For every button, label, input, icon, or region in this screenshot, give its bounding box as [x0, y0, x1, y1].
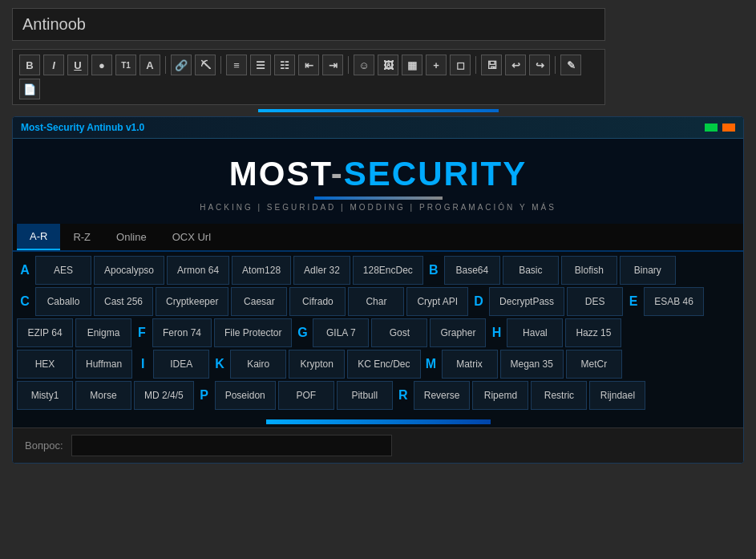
plus-button[interactable]: +: [426, 55, 447, 75]
algo-huffman[interactable]: Huffman: [75, 350, 132, 379]
align-button[interactable]: ≡: [226, 55, 247, 75]
minimize-button[interactable]: [705, 124, 718, 132]
algo-gila7[interactable]: GILA 7: [313, 318, 369, 347]
letter-c: C: [17, 294, 33, 309]
algo-grapher[interactable]: Grapher: [430, 318, 486, 347]
algo-megan35[interactable]: Megan 35: [500, 350, 564, 379]
algo-binary[interactable]: Binary: [620, 256, 676, 285]
algo-haval[interactable]: Haval: [507, 318, 563, 347]
algo-misty1[interactable]: Misty1: [17, 381, 73, 410]
algo-hex[interactable]: HEX: [17, 350, 73, 379]
link-button[interactable]: 🔗: [171, 55, 192, 75]
question-label: Вопрос:: [25, 440, 63, 452]
algo-matrix[interactable]: Matrix: [442, 350, 498, 379]
window-controls: [705, 124, 735, 132]
algo-aes[interactable]: AES: [35, 256, 91, 285]
algo-char[interactable]: Char: [348, 287, 404, 316]
algo-enigma[interactable]: Enigma: [75, 318, 131, 347]
emoji-button[interactable]: ☺: [354, 55, 374, 75]
title-input[interactable]: Antinoob: [12, 8, 605, 41]
algo-md245[interactable]: MD 2/4/5: [134, 381, 194, 410]
algo-apocalypso[interactable]: Apocalypso: [94, 256, 164, 285]
algo-adler32[interactable]: Adler 32: [293, 256, 350, 285]
letter-r: R: [395, 388, 411, 403]
banner-underline: [314, 196, 443, 200]
algo-krypton[interactable]: Krypton: [289, 350, 345, 379]
algo-decryptpass[interactable]: DecryptPass: [489, 287, 564, 316]
algo-idea[interactable]: IDEA: [153, 350, 209, 379]
algo-ripemd[interactable]: Ripemd: [472, 381, 528, 410]
content-area[interactable]: A AES Apocalypso Armon 64 Atom128 Adler …: [13, 252, 743, 416]
italic-button[interactable]: I: [43, 55, 64, 75]
redo-button[interactable]: ↪: [529, 55, 550, 75]
algo-blofish[interactable]: Blofish: [561, 256, 617, 285]
bold-button[interactable]: B: [19, 55, 40, 75]
algo-kcencdec[interactable]: KC Enc/Dec: [347, 350, 420, 379]
tab-ocx[interactable]: OCX Url: [160, 225, 224, 249]
tab-ar[interactable]: A-R: [17, 224, 60, 250]
algo-metcr[interactable]: MetCr: [566, 350, 622, 379]
image-button[interactable]: 🖼: [378, 55, 398, 75]
letter-p: P: [196, 388, 212, 403]
separator-2: [220, 56, 221, 74]
indent-left-button[interactable]: ⇤: [298, 55, 319, 75]
algo-row-mpr: Misty1 Morse MD 2/4/5 P Poseidon POF Pit…: [17, 381, 739, 410]
banner-area: MOST-SECURITY HACKING | SEGURIDAD | MODD…: [13, 139, 743, 224]
algo-caballo[interactable]: Caballo: [35, 287, 91, 316]
algo-ezip64[interactable]: EZIP 64: [17, 318, 73, 347]
algo-caesar[interactable]: Caesar: [231, 287, 287, 316]
security-window: Most-Security Antinub v1.0 MOST-SECURITY…: [12, 116, 744, 464]
algo-feron74[interactable]: Feron 74: [152, 318, 212, 347]
blue-bar: [258, 109, 499, 112]
edit-button[interactable]: ✎: [560, 55, 581, 75]
document-button[interactable]: 📄: [19, 79, 40, 99]
algo-128encdec[interactable]: 128EncDec: [353, 256, 423, 285]
algo-restric[interactable]: Restric: [531, 381, 587, 410]
algo-armon64[interactable]: Armon 64: [167, 256, 229, 285]
letter-b: B: [426, 263, 442, 277]
algo-rijndael[interactable]: Rijndael: [589, 381, 645, 410]
tab-rz[interactable]: R-Z: [60, 225, 103, 249]
algo-esab46[interactable]: ESAB 46: [644, 287, 704, 316]
banner-subtitle: HACKING | SEGURIDAD | MODDING | PROGRAMA…: [21, 203, 735, 212]
algo-base64[interactable]: Base64: [444, 256, 500, 285]
bottom-area: Вопрос:: [13, 427, 743, 463]
algo-des[interactable]: DES: [567, 287, 623, 316]
table-button[interactable]: ▦: [402, 55, 422, 75]
tab-online[interactable]: Online: [103, 225, 160, 249]
algo-fileprotector[interactable]: File Protector: [214, 318, 292, 347]
algo-hazz15[interactable]: Hazz 15: [565, 318, 621, 347]
algo-basic[interactable]: Basic: [503, 256, 559, 285]
list-button[interactable]: ☰: [250, 55, 271, 75]
dot-button[interactable]: ●: [91, 55, 112, 75]
algo-pitbull[interactable]: Pitbull: [337, 381, 393, 410]
undo-button[interactable]: ↩: [505, 55, 526, 75]
t1-button[interactable]: T1: [115, 55, 136, 75]
algo-row-efgh: EZIP 64 Enigma F Feron 74 File Protector…: [17, 318, 739, 347]
tabs-bar: A-R R-Z Online OCX Url: [13, 224, 743, 252]
font-button[interactable]: A: [139, 55, 160, 75]
algo-pof[interactable]: POF: [278, 381, 334, 410]
question-input[interactable]: [71, 435, 392, 456]
ordered-list-button[interactable]: ☷: [274, 55, 295, 75]
close-button[interactable]: [722, 124, 735, 132]
algo-row-a: A AES Apocalypso Armon 64 Atom128 Adler …: [17, 256, 739, 285]
algo-kairo[interactable]: Kairo: [230, 350, 286, 379]
algo-morse[interactable]: Morse: [75, 381, 131, 410]
algo-cast256[interactable]: Cast 256: [94, 287, 153, 316]
algo-cryptapi[interactable]: Crypt API: [406, 287, 468, 316]
indent-right-button[interactable]: ⇥: [322, 55, 343, 75]
algo-atom128[interactable]: Atom128: [232, 256, 291, 285]
algo-reverse[interactable]: Reverse: [414, 381, 471, 410]
algo-cifrado[interactable]: Cifrado: [289, 287, 346, 316]
letter-d: D: [471, 294, 487, 309]
chain-button[interactable]: ⛏: [195, 55, 216, 75]
code-button[interactable]: ◻: [450, 55, 471, 75]
algo-poseidon[interactable]: Poseidon: [215, 381, 276, 410]
save-button[interactable]: 🖫: [481, 55, 502, 75]
algo-gost[interactable]: Gost: [371, 318, 427, 347]
underline-button[interactable]: U: [67, 55, 88, 75]
letter-i: I: [135, 357, 151, 371]
algo-cryptkeeper[interactable]: Cryptkeeper: [156, 287, 228, 316]
logo-most: MOST: [229, 155, 331, 192]
